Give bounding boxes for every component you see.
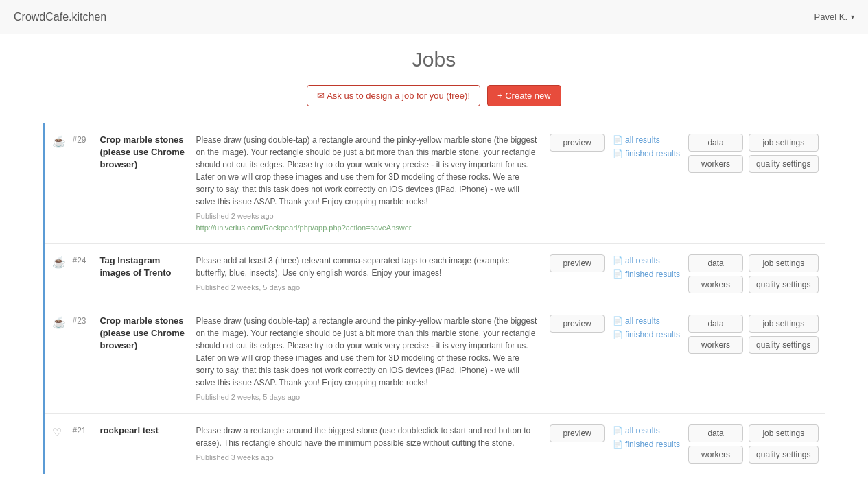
user-menu[interactable]: Pavel K. ▾ <box>814 12 854 22</box>
job-desc-text: Please add at least 3 (three) relevant c… <box>196 254 540 279</box>
navbar: CrowdCafe.kitchen Pavel K. ▾ <box>0 0 868 34</box>
file-icon-2: 📄 <box>613 149 623 158</box>
job-row: ☕ #24 Tag Instagram images of Trento Ple… <box>45 244 825 304</box>
data-button[interactable]: data <box>688 315 743 333</box>
job-row: ☕ #23 Crop marble stones (please use Chr… <box>45 304 825 414</box>
job-description: Please draw (using double-tap) a rectang… <box>196 134 550 233</box>
quality-settings-button[interactable]: quality settings <box>749 276 818 293</box>
quality-settings-button[interactable]: quality settings <box>749 155 818 173</box>
job-number: #21 <box>73 424 100 435</box>
file-icon-2: 📄 <box>613 440 623 449</box>
username-label: Pavel K. <box>814 12 847 22</box>
all-results-button[interactable]: 📄 all results <box>610 254 683 267</box>
job-settings-button[interactable]: job settings <box>749 134 818 152</box>
job-published: Published 2 weeks, 5 days ago <box>196 392 540 403</box>
workers-button[interactable]: workers <box>688 336 743 354</box>
results-col: 📄 all results 📄 finished results <box>610 254 683 280</box>
quality-settings-button[interactable]: quality settings <box>749 446 818 464</box>
jobs-list: ☕ #29 Crop marble stones (please use Chr… <box>43 123 825 474</box>
preview-button[interactable]: preview <box>550 424 605 442</box>
job-actions: preview 📄 all results 📄 finished results… <box>550 424 818 464</box>
job-description: Please draw a rectangle around the bigge… <box>196 424 550 464</box>
job-actions: preview 📄 all results 📄 finished results… <box>550 315 818 354</box>
job-number: #24 <box>73 254 100 265</box>
all-results-button[interactable]: 📄 all results <box>610 134 683 146</box>
job-desc-text: Please draw a rectangle around the bigge… <box>196 424 540 449</box>
job-published: Published 2 weeks, 5 days ago <box>196 282 540 293</box>
preview-button[interactable]: preview <box>550 134 605 152</box>
workers-button[interactable]: workers <box>688 155 743 173</box>
finished-results-button[interactable]: 📄 finished results <box>610 147 683 160</box>
results-col: 📄 all results 📄 finished results <box>610 315 683 341</box>
preview-button[interactable]: preview <box>550 315 605 333</box>
workers-button[interactable]: workers <box>688 446 743 464</box>
job-title: Crop marble stones (please use Chrome br… <box>100 315 196 352</box>
workers-button[interactable]: workers <box>688 276 743 293</box>
brand-link[interactable]: CrowdCafe.kitchen <box>14 11 106 23</box>
job-url: http://univerius.com/Rockpearl/php/app.p… <box>196 222 540 234</box>
job-icon: ♡ <box>52 424 73 439</box>
job-number: #23 <box>73 315 100 326</box>
preview-button[interactable]: preview <box>550 254 605 272</box>
actions-row: preview 📄 all results 📄 finished results… <box>550 424 818 464</box>
data-button[interactable]: data <box>688 134 743 152</box>
file-icon: 📄 <box>613 316 623 326</box>
page-content: Jobs ✉ Ask us to design a job for you (f… <box>23 34 846 480</box>
job-icon: ☕ <box>52 315 73 329</box>
job-published: Published 2 weeks ago <box>196 211 540 222</box>
job-settings-button[interactable]: job settings <box>749 424 818 442</box>
data-button[interactable]: data <box>688 424 743 442</box>
file-icon-2: 📄 <box>613 330 623 339</box>
file-icon-2: 📄 <box>613 269 623 279</box>
page-title: Jobs <box>43 48 825 71</box>
actions-row: preview 📄 all results 📄 finished results… <box>550 134 818 173</box>
file-icon: 📄 <box>613 426 623 435</box>
job-actions: preview 📄 all results 📄 finished results… <box>550 134 818 173</box>
file-icon: 📄 <box>613 135 623 145</box>
data-button[interactable]: data <box>688 254 743 272</box>
job-desc-text: Please draw (using double-tap) a rectang… <box>196 315 540 389</box>
results-col: 📄 all results 📄 finished results <box>610 424 683 451</box>
job-number: #29 <box>73 134 100 145</box>
file-icon: 📄 <box>613 256 623 265</box>
job-icon: ☕ <box>52 134 73 148</box>
job-desc-text: Please draw (using double-tap) a rectang… <box>196 134 540 208</box>
user-caret-icon: ▾ <box>851 13 854 21</box>
quality-settings-button[interactable]: quality settings <box>749 336 818 354</box>
job-description: Please add at least 3 (three) relevant c… <box>196 254 550 293</box>
job-title: Tag Instagram images of Trento <box>100 254 196 279</box>
toolbar: ✉ Ask us to design a job for you (free)!… <box>43 85 825 106</box>
create-new-button[interactable]: + Create new <box>487 85 561 106</box>
job-settings-button[interactable]: job settings <box>749 315 818 333</box>
job-description: Please draw (using double-tap) a rectang… <box>196 315 550 403</box>
job-actions: preview 📄 all results 📄 finished results… <box>550 254 818 293</box>
all-results-button[interactable]: 📄 all results <box>610 424 683 437</box>
ask-design-button[interactable]: ✉ Ask us to design a job for you (free)! <box>307 85 480 106</box>
job-title: rockpearl test <box>100 424 196 437</box>
job-settings-button[interactable]: job settings <box>749 254 818 272</box>
job-row: ☕ #29 Crop marble stones (please use Chr… <box>45 123 825 244</box>
job-icon: ☕ <box>52 254 73 269</box>
finished-results-button[interactable]: 📄 finished results <box>610 328 683 341</box>
finished-results-button[interactable]: 📄 finished results <box>610 268 683 280</box>
all-results-button[interactable]: 📄 all results <box>610 315 683 327</box>
job-published: Published 3 weeks ago <box>196 452 540 464</box>
results-col: 📄 all results 📄 finished results <box>610 134 683 160</box>
finished-results-button[interactable]: 📄 finished results <box>610 438 683 451</box>
job-title: Crop marble stones (please use Chrome br… <box>100 134 196 171</box>
actions-row: preview 📄 all results 📄 finished results… <box>550 315 818 354</box>
actions-row: preview 📄 all results 📄 finished results… <box>550 254 818 293</box>
job-row: ♡ #21 rockpearl test Please draw a recta… <box>45 414 825 474</box>
